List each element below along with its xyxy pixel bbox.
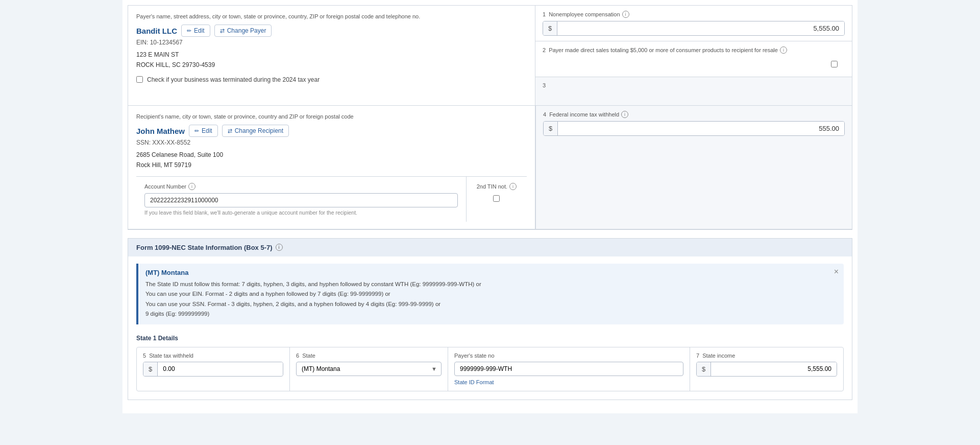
change-payer-button[interactable]: ⇄ Change Payer bbox=[214, 25, 272, 37]
page-wrapper: Payer's name, street address, city or to… bbox=[122, 0, 857, 413]
account-hint: If you leave this field blank, we'll aut… bbox=[144, 209, 458, 216]
state-alert-line4: 9 digits (Eg: 999999999) bbox=[145, 309, 837, 319]
terminated-checkbox-row: Check if your business was terminated du… bbox=[136, 76, 527, 83]
terminated-label: Check if your business was terminated du… bbox=[147, 76, 320, 83]
state-id-format-link[interactable]: State ID Format bbox=[454, 379, 494, 385]
recipient-right-col: 4 Federal income tax withheld i $ bbox=[535, 106, 852, 229]
box3-number: 3 bbox=[543, 82, 546, 88]
box1-amount-input[interactable] bbox=[557, 21, 844, 35]
box7-input-wrap: $ bbox=[696, 362, 837, 377]
state-fields-row: 5 State tax withheld $ 6 State (MT) Mont… bbox=[136, 347, 844, 391]
box1-label-text: Nonemployee compensation bbox=[549, 11, 620, 17]
box6-label-text: State bbox=[302, 353, 315, 359]
box5-number: 5 bbox=[143, 353, 146, 359]
terminated-checkbox[interactable] bbox=[136, 76, 143, 83]
box5-input-wrap: $ bbox=[143, 362, 283, 377]
account-info-icon[interactable]: i bbox=[188, 183, 195, 190]
tin-col: 2nd TIN not. i bbox=[467, 177, 527, 222]
box2-checkbox-wrap bbox=[543, 57, 845, 72]
state-alert-line2: You can use your EIN. Format - 2 digits … bbox=[145, 289, 837, 299]
box2-container: 2 Payer made direct sales totaling $5,00… bbox=[535, 41, 852, 77]
tin-checkbox[interactable] bbox=[493, 195, 500, 202]
change-recipient-icon: ⇄ bbox=[228, 128, 232, 134]
payer-address-line1: 123 E MAIN ST bbox=[136, 50, 527, 60]
edit-icon: ✏ bbox=[187, 28, 191, 34]
box6-container: 6 State (MT) Montana (SC) South Carolina… bbox=[290, 347, 448, 391]
recipient-name-row: John Mathew ✏ Edit ⇄ Change Recipient bbox=[136, 125, 527, 137]
tin-label: 2nd TIN not. i bbox=[477, 183, 517, 190]
box6-select-wrap: (MT) Montana (SC) South Carolina (CA) Ca… bbox=[296, 362, 442, 376]
box7-number: 7 bbox=[696, 353, 699, 359]
box2-info-icon[interactable]: i bbox=[780, 46, 787, 54]
payer-section: Payer's name, street address, city or to… bbox=[128, 6, 852, 106]
payer-ein: EIN: 10-1234567 bbox=[136, 39, 527, 46]
account-number-input[interactable] bbox=[144, 193, 458, 207]
recipient-left-col: Recipient's name, city or town, state or… bbox=[128, 106, 535, 229]
payer-state-label: Payer's state no bbox=[454, 353, 683, 359]
payer-state-label-text: Payer's state no bbox=[454, 353, 495, 359]
recipient-edit-button[interactable]: ✏ Edit bbox=[189, 125, 218, 137]
box4-amount-input[interactable] bbox=[558, 122, 844, 135]
box5-label-text: State tax withheld bbox=[149, 353, 193, 359]
box2-label: 2 Payer made direct sales totaling $5,00… bbox=[543, 46, 845, 54]
box1-info-icon[interactable]: i bbox=[622, 11, 629, 18]
account-tin-section: Account Number i If you leave this field… bbox=[136, 176, 527, 222]
box6-number: 6 bbox=[296, 353, 299, 359]
box4-input-wrap: $ bbox=[543, 121, 845, 136]
box1-dollar-sign: $ bbox=[543, 21, 557, 35]
state-alert: × (MT) Montana The State ID must follow … bbox=[136, 264, 844, 324]
tin-label-text: 2nd TIN not. bbox=[477, 183, 507, 190]
alert-close-button[interactable]: × bbox=[834, 268, 839, 276]
box5-input[interactable] bbox=[158, 362, 283, 376]
state-section-title: Form 1099-NEC State Information (Box 5-7… bbox=[136, 244, 273, 251]
edit-icon-2: ✏ bbox=[194, 128, 199, 134]
state-alert-text: The State ID must follow this format: 7 … bbox=[145, 279, 837, 319]
state-alert-title: (MT) Montana bbox=[145, 269, 837, 276]
payer-right-col: 1 Nonemployee compensation i $ 2 Payer m… bbox=[535, 6, 852, 105]
box4-dollar-sign: $ bbox=[544, 122, 558, 135]
payer-state-no-input[interactable] bbox=[454, 362, 683, 376]
state-details-label: State 1 Details bbox=[128, 332, 852, 347]
recipient-name: John Mathew bbox=[136, 127, 185, 135]
payer-edit-button[interactable]: ✏ Edit bbox=[181, 25, 210, 37]
payer-address: 123 E MAIN ST ROCK HILL, SC 29730-4539 bbox=[136, 50, 527, 69]
box4-container: 4 Federal income tax withheld i $ bbox=[536, 106, 852, 141]
box1-number: 1 bbox=[543, 11, 546, 17]
recipient-address: 2685 Celanese Road, Suite 100 Rock Hill,… bbox=[136, 150, 527, 170]
box7-input[interactable] bbox=[711, 362, 837, 376]
box3-container: 3 bbox=[535, 77, 852, 105]
change-recipient-label: Change Recipient bbox=[235, 127, 283, 134]
change-recipient-button[interactable]: ⇄ Change Recipient bbox=[222, 125, 289, 137]
box1-input-wrap: $ bbox=[543, 21, 845, 36]
box5-label: 5 State tax withheld bbox=[143, 353, 283, 359]
state-alert-line1: The State ID must follow this format: 7 … bbox=[145, 279, 837, 290]
change-payer-label: Change Payer bbox=[227, 27, 266, 34]
box4-number: 4 bbox=[543, 111, 546, 118]
box5-container: 5 State tax withheld $ bbox=[137, 347, 290, 391]
select-arrow-icon: ▼ bbox=[427, 366, 441, 372]
box4-info-icon[interactable]: i bbox=[621, 111, 628, 118]
box7-label: 7 State income bbox=[696, 353, 837, 359]
box6-label: 6 State bbox=[296, 353, 442, 359]
box6-state-select[interactable]: (MT) Montana (SC) South Carolina (CA) Ca… bbox=[297, 362, 427, 376]
state-section: Form 1099-NEC State Information (Box 5-7… bbox=[128, 238, 852, 400]
box2-checkbox[interactable] bbox=[831, 61, 838, 67]
box7-container: 7 State income $ bbox=[690, 347, 843, 391]
account-col: Account Number i If you leave this field… bbox=[136, 177, 467, 222]
account-label: Account Number i bbox=[144, 183, 458, 190]
payer-name: Bandit LLC bbox=[136, 27, 177, 35]
payer-left-col: Payer's name, street address, city or to… bbox=[128, 6, 535, 105]
payer-state-col: Payer's state no State ID Format bbox=[448, 347, 690, 391]
recipient-section: Recipient's name, city or town, state or… bbox=[128, 106, 852, 229]
box7-dollar-sign: $ bbox=[697, 362, 711, 376]
box3-label: 3 bbox=[543, 82, 845, 88]
recipient-edit-label: Edit bbox=[202, 127, 212, 134]
state-alert-line3: You can use your SSN. Format - 3 digits,… bbox=[145, 299, 837, 310]
account-label-text: Account Number bbox=[144, 183, 186, 190]
box4-label-text: Federal income tax withheld bbox=[549, 111, 619, 118]
box7-label-text: State income bbox=[702, 353, 735, 359]
state-section-info-icon[interactable]: i bbox=[276, 244, 283, 251]
box5-dollar-sign: $ bbox=[143, 362, 158, 376]
tin-info-icon[interactable]: i bbox=[509, 183, 517, 190]
payer-address-line2: ROCK HILL, SC 29730-4539 bbox=[136, 60, 527, 70]
